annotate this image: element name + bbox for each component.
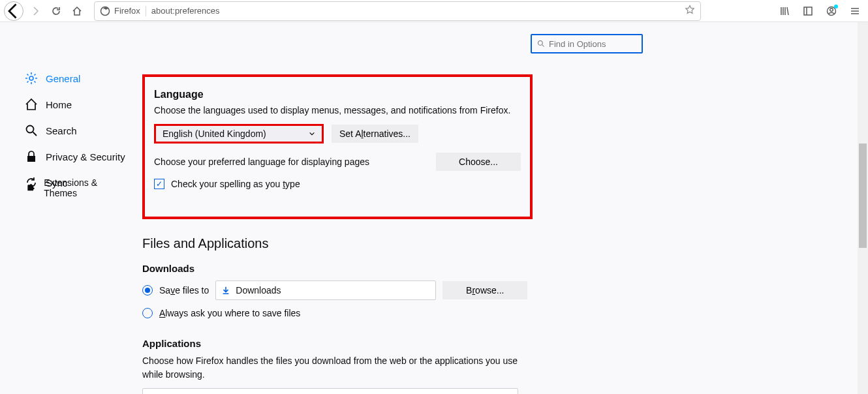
spellcheck-label: Check your spelling as you type	[171, 179, 300, 189]
spellcheck-checkbox[interactable]: ✓	[154, 179, 164, 189]
profile-icon	[826, 6, 837, 16]
downloads-heading: Downloads	[142, 263, 868, 274]
star-icon	[685, 5, 695, 15]
download-folder-field[interactable]: Downloads	[215, 280, 436, 300]
library-button[interactable]	[775, 2, 794, 20]
sidebar-item-label: Search	[46, 125, 77, 136]
sidebar-item-search[interactable]: Search	[0, 117, 129, 144]
identity-label: Firefox	[114, 6, 140, 16]
preferences-page: General Home Search Privacy & Security S…	[0, 22, 868, 394]
always-ask-label: Always ask you where to save files	[159, 308, 300, 318]
svg-point-9	[538, 41, 543, 46]
site-identity[interactable]: Firefox	[100, 6, 146, 16]
set-alternatives-button[interactable]: Set Alternatives...	[332, 125, 418, 143]
sidebar-item-label: General	[46, 73, 80, 84]
find-in-options-input[interactable]: Find in Options	[531, 34, 643, 53]
arrow-right-icon	[30, 6, 40, 16]
sidebar-item-home[interactable]: Home	[0, 91, 129, 117]
house-icon	[72, 6, 82, 16]
browse-button[interactable]: Browse...	[442, 281, 527, 299]
profile-button[interactable]	[822, 2, 841, 20]
bookmark-star-button[interactable]	[685, 5, 695, 17]
back-button[interactable]	[4, 1, 23, 21]
home-button[interactable]	[68, 2, 86, 20]
sidebar-item-label: Extensions & Themes	[44, 177, 129, 198]
forward-button	[26, 2, 44, 20]
preferences-sidebar: General Home Search Privacy & Security S…	[0, 22, 129, 196]
language-section-highlight: Language Choose the languages used to di…	[142, 74, 533, 219]
magnify-icon	[25, 124, 38, 137]
home-icon	[25, 98, 38, 111]
choose-language-button[interactable]: Choose...	[436, 153, 521, 171]
applications-search-input[interactable]: Search file types or applications	[142, 388, 518, 394]
svg-line-7	[33, 132, 37, 136]
panel-icon	[803, 6, 813, 16]
download-folder-label: Downloads	[236, 285, 281, 296]
download-arrow-icon	[221, 286, 230, 295]
svg-rect-1	[804, 7, 812, 15]
url-bar[interactable]: Firefox about:preferences	[94, 1, 701, 21]
gear-icon	[25, 72, 38, 85]
firefox-icon	[100, 6, 110, 16]
sidebar-item-extensions[interactable]: Extensions & Themes	[25, 177, 129, 198]
scrollbar-track[interactable]	[858, 22, 868, 394]
sidebar-item-privacy[interactable]: Privacy & Security	[0, 144, 129, 170]
preferences-main: Find in Options Language Choose the lang…	[142, 22, 868, 394]
puzzle-icon	[25, 182, 36, 194]
chevron-down-icon	[309, 130, 315, 137]
sidebar-item-label: Home	[46, 99, 72, 110]
hamburger-icon	[850, 6, 860, 16]
display-language-select[interactable]: English (United Kingdom)	[154, 124, 324, 144]
sidebar-item-label: Privacy & Security	[46, 151, 125, 162]
svg-point-6	[27, 126, 34, 133]
language-description: Choose the languages used to display men…	[154, 104, 521, 117]
reload-button[interactable]	[47, 2, 65, 20]
search-placeholder: Find in Options	[549, 39, 606, 49]
language-heading: Language	[154, 89, 521, 100]
browser-toolbar: Firefox about:preferences	[0, 0, 868, 22]
search-icon	[537, 40, 545, 48]
selected-language-label: English (United Kingdom)	[163, 129, 266, 139]
url-text: about:preferences	[151, 6, 679, 16]
applications-heading: Applications	[142, 338, 868, 349]
reload-icon	[51, 6, 61, 16]
scrollbar-thumb[interactable]	[859, 144, 867, 248]
svg-point-4	[830, 8, 833, 11]
save-files-radio[interactable]	[142, 285, 153, 296]
sidebar-button[interactable]	[799, 2, 817, 20]
preferred-language-label: Choose your preferred language for displ…	[154, 157, 428, 167]
svg-point-5	[29, 76, 33, 80]
applications-description: Choose how Firefox handles the files you…	[142, 354, 521, 382]
svg-rect-8	[27, 156, 35, 162]
files-applications-heading: Files and Applications	[142, 236, 868, 251]
arrow-left-icon	[5, 2, 23, 20]
svg-line-10	[542, 45, 544, 47]
always-ask-radio[interactable]	[142, 308, 153, 318]
sidebar-item-general[interactable]: General	[0, 65, 129, 91]
hamburger-menu-button[interactable]	[846, 2, 864, 20]
save-files-label: Save files to	[159, 285, 209, 296]
library-icon	[779, 6, 790, 16]
lock-icon	[25, 150, 38, 163]
